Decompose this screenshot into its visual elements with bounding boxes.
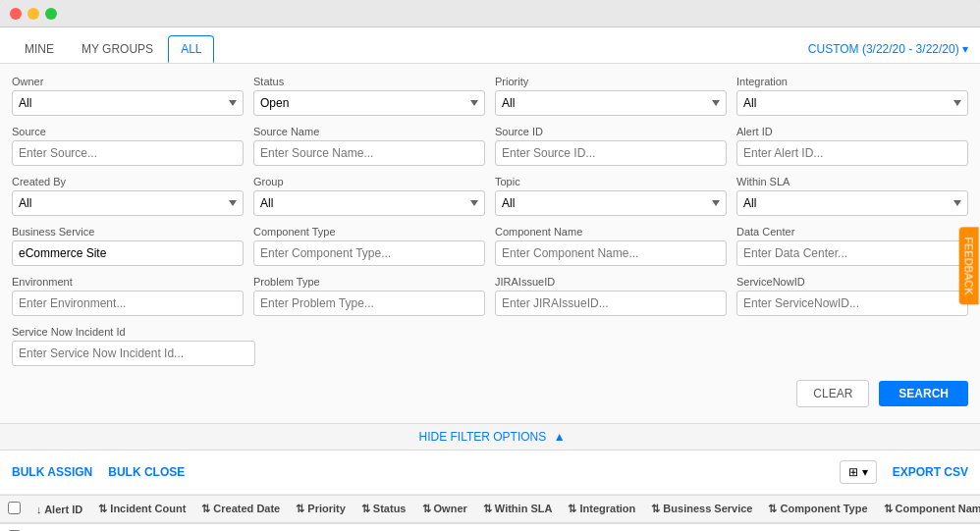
topic-label: Topic: [495, 176, 727, 187]
chevron-up-icon: ▲: [554, 430, 566, 444]
th-status[interactable]: ⇅ Status: [354, 496, 414, 524]
status-label: Status: [253, 76, 485, 87]
within-sla-select[interactable]: All: [736, 190, 968, 216]
search-button[interactable]: SEARCH: [879, 381, 968, 406]
th-owner-label: ⇅ Owner: [422, 503, 467, 514]
filter-group-servicenow-incident: Service Now Incident Id: [12, 326, 255, 366]
component-type-input[interactable]: [253, 240, 485, 266]
alert-id-input[interactable]: [736, 140, 968, 166]
integration-select[interactable]: All: [736, 90, 968, 116]
columns-icon: ⊞ ▾: [848, 465, 867, 479]
created-by-select[interactable]: All: [12, 190, 244, 216]
th-component-type[interactable]: ⇅ Component Type: [760, 496, 875, 524]
filter-group-integration: Integration All: [736, 76, 968, 116]
th-incident-count[interactable]: ⇅ Incident Count: [90, 496, 193, 524]
bulk-assign-button[interactable]: BULK ASSIGN: [12, 465, 92, 479]
business-service-label: Business Service: [12, 226, 244, 238]
th-business-service[interactable]: ⇅ Business Service: [643, 496, 760, 524]
alert-id-label: Alert ID: [736, 126, 968, 137]
filter-group-alert-id: Alert ID: [736, 126, 968, 166]
source-label: Source: [12, 126, 244, 137]
th-owner[interactable]: ⇅ Owner: [414, 496, 475, 524]
priority-select[interactable]: All: [495, 90, 727, 116]
th-created-date[interactable]: ⇅ Created Date: [193, 496, 288, 524]
close-dot[interactable]: [10, 8, 22, 20]
integration-label: Integration: [736, 76, 968, 87]
filter-group-servicenow: ServiceNowID: [736, 276, 968, 316]
source-id-label: Source ID: [495, 126, 727, 137]
filter-group-topic: Topic All: [495, 176, 727, 216]
minimize-dot[interactable]: [27, 8, 39, 20]
th-within-sla-label: ⇅ Within SLA: [483, 503, 553, 514]
filter-actions: CLEAR SEARCH: [12, 376, 968, 411]
owner-select[interactable]: All: [12, 90, 244, 116]
cell-within-sla: No: [475, 523, 561, 531]
export-csv-button[interactable]: EXPORT CSV: [893, 465, 968, 479]
filter-group-data-center: Data Center: [736, 226, 968, 266]
data-center-input[interactable]: [736, 240, 968, 266]
cell-component-type: web: [760, 523, 875, 531]
th-priority-label: ⇅ Priority: [296, 503, 346, 514]
servicenow-input[interactable]: [736, 291, 968, 316]
jira-input[interactable]: [495, 291, 727, 316]
th-integration[interactable]: ⇅ Integration: [560, 496, 643, 524]
th-check: [0, 496, 28, 524]
tab-mine[interactable]: MINE: [12, 35, 67, 63]
hide-filter-bar[interactable]: HIDE FILTER OPTIONS ▲: [0, 424, 980, 451]
cell-owner: No Owner: [414, 523, 475, 531]
table-container: ↓ Alert ID ⇅ Incident Count ⇅ Created Da…: [0, 495, 980, 531]
component-name-input[interactable]: [495, 240, 727, 266]
environment-input[interactable]: [12, 291, 244, 316]
group-select[interactable]: All: [253, 190, 485, 216]
within-sla-label: Within SLA: [736, 176, 968, 187]
select-all-checkbox[interactable]: [8, 502, 21, 514]
business-service-input[interactable]: [12, 240, 244, 266]
cell-business-service: eCommerce Site: [643, 523, 760, 531]
th-within-sla[interactable]: ⇅ Within SLA: [475, 496, 561, 524]
owner-label: Owner: [12, 76, 244, 87]
source-input[interactable]: [12, 140, 244, 166]
tab-all[interactable]: ALL: [168, 35, 214, 63]
filter-group-business-service: Business Service: [12, 226, 244, 266]
filter-section: Owner All Status Open Closed Priority Al…: [0, 64, 980, 424]
problem-type-input[interactable]: [253, 291, 485, 316]
filter-group-group: Group All: [253, 176, 485, 216]
date-selector[interactable]: CUSTOM (3/22/20 - 3/22/20) ▾: [808, 42, 968, 56]
topic-select[interactable]: All: [495, 190, 727, 216]
filter-row-5: Environment Problem Type JIRAIssueID Ser…: [12, 276, 968, 316]
component-name-label: Component Name: [495, 226, 727, 238]
cell-created-date: 3/22/202016:55:40: [193, 523, 288, 531]
table-header-row: ↓ Alert ID ⇅ Incident Count ⇅ Created Da…: [0, 496, 980, 524]
filter-group-component-name: Component Name: [495, 226, 727, 266]
cell-incident-count: 2: [90, 523, 193, 531]
th-business-service-label: ⇅ Business Service: [651, 503, 752, 514]
servicenow-incident-input[interactable]: [12, 341, 255, 366]
jira-label: JIRAIssueID: [495, 276, 727, 288]
hide-filter-label: HIDE FILTER OPTIONS: [418, 430, 546, 444]
filter-row-4: Business Service Component Type Componen…: [12, 226, 968, 266]
status-select[interactable]: Open Closed: [253, 90, 485, 116]
source-id-input[interactable]: [495, 140, 727, 166]
table-toolbar: BULK ASSIGN BULK CLOSE ⊞ ▾ EXPORT CSV: [0, 451, 980, 495]
feedback-tab[interactable]: FEEDBACK: [958, 227, 978, 304]
component-type-label: Component Type: [253, 226, 485, 238]
tabs-bar: MINE MY GROUPS ALL CUSTOM (3/22/20 - 3/2…: [0, 27, 980, 64]
th-component-name[interactable]: ⇅ Component Name: [876, 496, 980, 524]
expand-dot[interactable]: [45, 8, 57, 20]
problem-type-label: Problem Type: [253, 276, 485, 288]
filter-group-source-id: Source ID: [495, 126, 727, 166]
filter-row-2: Source Source Name Source ID Alert ID: [12, 126, 968, 166]
th-priority[interactable]: ⇅ Priority: [288, 496, 354, 524]
cell-integration: Pingdom: [560, 523, 643, 531]
th-incident-label: ⇅ Incident Count: [98, 503, 186, 514]
alerts-table: ↓ Alert ID ⇅ Incident Count ⇅ Created Da…: [0, 495, 980, 531]
columns-button[interactable]: ⊞ ▾: [840, 460, 876, 484]
th-alert-id[interactable]: ↓ Alert ID: [28, 496, 90, 524]
filter-group-source: Source: [12, 126, 244, 166]
bulk-close-button[interactable]: BULK CLOSE: [108, 465, 185, 479]
tab-my-groups[interactable]: MY GROUPS: [69, 35, 166, 63]
clear-button[interactable]: CLEAR: [796, 380, 869, 407]
filter-group-jira: JIRAIssueID: [495, 276, 727, 316]
cell-status: Open: [354, 523, 414, 531]
source-name-input[interactable]: [253, 140, 485, 166]
